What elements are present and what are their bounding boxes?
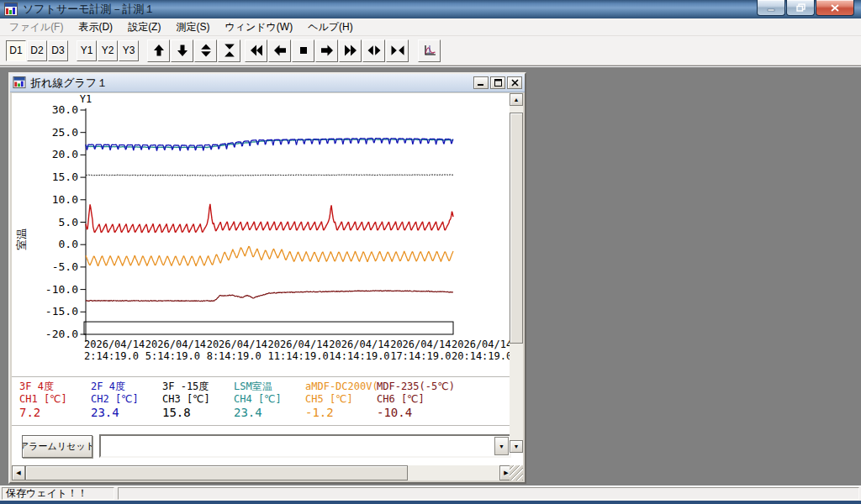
minimize-button[interactable] [757,0,785,16]
child-minimize-icon [478,79,484,87]
toolbar-button-y2[interactable]: Y2 [98,40,118,61]
app-titlebar: ソフトサーモ計測－計測１ [0,0,861,18]
y-tick-label: 15.0 [52,171,78,183]
x-tick-date: 2026/04/14 [268,339,329,350]
toolbar-button-left-arrow[interactable] [268,39,291,62]
legend-channel-2: 2F 4度CH2 [℃]23.4 [91,381,162,420]
child-minimize-button[interactable] [473,76,489,89]
menu-item-window[interactable]: ウィンドウ(W) [217,18,300,37]
horizontal-scrollbar[interactable]: ◀ ▶ [12,465,513,480]
graph-window-title: 折れ線グラフ１ [30,76,108,91]
channel-current-value: 7.2 [19,406,91,420]
legend-channel-1: 3F 4度CH1 [℃]7.2 [19,381,91,420]
channel-current-value: 23.4 [234,406,305,420]
toolbar-button-stop[interactable] [292,39,314,62]
vertical-scroll-thumb[interactable] [510,113,523,344]
x-tick-date: 2026/04/14 [390,339,451,350]
x-tick-time: 8:14:19.0 [207,350,261,362]
x-tick-time: 14:14:19.0 [329,350,389,362]
toolbar-button-fast-rewind[interactable] [245,39,267,62]
series-ch2 [86,139,453,151]
series-ch5 [86,247,453,266]
combo-dropdown-button[interactable]: ▼ [494,437,509,455]
x-tick-time: 17:14:19.0 [390,350,451,362]
y-tick-label: -20.0 [45,328,78,340]
minimize-icon [767,4,775,12]
legend-channel-3: 3F -15度CH3 [℃]15.8 [162,381,234,420]
x-tick-time: 11:14:19.0 [268,350,329,362]
channel-unit-label: CH2 [℃] [91,393,162,406]
chart-icon-icon [423,44,436,57]
menu-item-setting[interactable]: 設定(Z) [120,18,168,37]
alarm-combo-box[interactable]: ▼ [99,434,511,458]
restore-icon [796,3,806,12]
fast-rewind-icon [250,44,263,57]
toolbar-button-expand-horizontal[interactable] [362,39,385,62]
scroll-left-button[interactable]: ◀ [12,465,25,480]
menu-item-view[interactable]: 表示(D) [71,18,120,37]
toolbar-button-d1[interactable]: D1 [6,40,26,61]
channel-legend: 3F 4度CH1 [℃]7.22F 4度CH2 [℃]23.43F -15度CH… [12,376,513,426]
y-tick-label: 0.0 [59,238,78,250]
restore-button[interactable] [786,0,815,16]
compress-vertical-icon [223,44,236,57]
toolbar-button-up-arrow[interactable] [147,39,170,62]
toolbar-button-right-arrow[interactable] [315,39,338,62]
toolbar-button-d3[interactable]: D3 [48,40,68,61]
alarm-reset-button[interactable]: アラームリセット [22,435,92,458]
toolbar-button-graph-settings[interactable] [418,39,441,62]
channel-unit-label: CH5 [℃] [305,393,377,406]
channel-current-value: -1.2 [305,406,377,420]
channel-name: 3F 4度 [19,381,91,393]
statusbar: 保存ウェイト！！ [0,486,861,501]
right-arrow-icon [320,44,334,57]
expand-horizontal-icon [367,44,381,57]
app-title: ソフトサーモ計測－計測１ [23,2,156,17]
resize-grip[interactable] [510,465,523,480]
x-tick-time: 5:14:19.0 [145,350,200,362]
channel-name: 3F -15度 [162,381,234,393]
horizontal-scroll-thumb[interactable] [25,465,408,480]
series-ch1 [86,204,453,233]
vertical-scrollbar[interactable]: ▲ ▼ [510,93,523,453]
triangle-right-icon: ▶ [504,470,508,476]
channel-name: aMDF-DC200V(+7 [305,381,377,393]
y-axis-label: 室温 [14,222,48,250]
menu-item-help[interactable]: ヘルプ(H) [300,18,361,37]
menu-item-file[interactable]: ファイル(F) [2,18,71,37]
close-button[interactable] [816,0,854,16]
menu-item-measure[interactable]: 測定(S) [168,18,217,37]
child-close-button[interactable] [507,76,522,89]
y-tick-label: 25.0 [52,126,78,139]
toolbar-button-fast-forward[interactable] [339,39,362,62]
graph-window-titlebar[interactable]: 折れ線グラフ１ [10,74,525,92]
channel-name: MDF-235(-5℃) [377,381,511,393]
triangle-down-icon: ▼ [514,444,520,449]
left-arrow-icon [273,44,287,57]
x-tick-date: 2026/04/14 [207,339,267,350]
y-tick-label: 5.0 [59,216,78,228]
channel-unit-label: CH4 [℃] [234,393,305,406]
toolbar-button-compress-horizontal[interactable] [386,39,409,62]
toolbar-button-y3[interactable]: Y3 [119,40,139,61]
legend-channel-5: aMDF-DC200V(+7CH5 [℃]-1.2 [305,381,377,420]
close-icon [831,4,839,12]
status-panel-2 [118,487,859,500]
fast-forward-icon [344,44,357,57]
channel-unit-label: CH6 [℃] [377,393,511,406]
app-icon [4,3,18,16]
toolbar-button-compress-vertical[interactable] [218,39,240,62]
legend-channel-4: LSM室温CH4 [℃]23.4 [234,381,305,420]
child-maximize-button[interactable] [490,76,505,89]
scroll-down-button[interactable]: ▼ [510,440,523,453]
toolbar-button-down-arrow[interactable] [171,39,193,62]
stop-icon [297,44,310,57]
toolbar-button-expand-vertical[interactable] [194,39,217,62]
channel-current-value: 15.8 [162,406,234,420]
child-close-icon [511,79,519,87]
x-tick-time: 20:14:19.0 [452,350,512,362]
toolbar-button-y1[interactable]: Y1 [77,40,97,61]
toolbar-button-d2[interactable]: D2 [27,40,47,61]
series-ch6 [86,291,453,302]
scroll-up-button[interactable]: ▲ [510,93,523,106]
